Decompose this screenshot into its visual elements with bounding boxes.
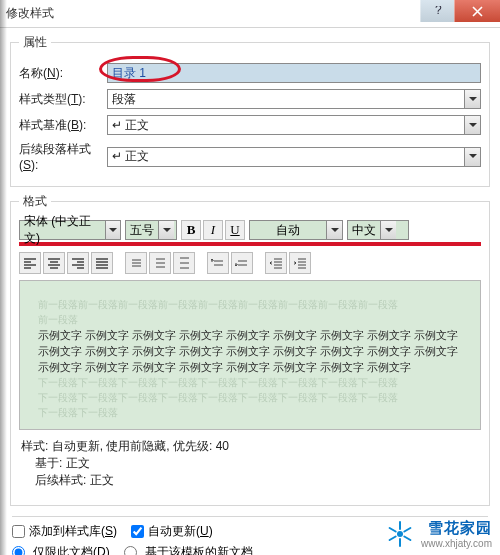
spacing-group (125, 252, 195, 274)
dialog-body: 属性 名称(N): 样式类型(T): 段落 样式基准(B): (0, 28, 500, 555)
style-name-input[interactable] (107, 63, 481, 83)
svg-rect-6 (403, 535, 412, 541)
align-center-button[interactable] (43, 252, 65, 274)
line-spacing-2-button[interactable] (149, 252, 171, 274)
increase-before-button[interactable] (207, 252, 229, 274)
font-size-select[interactable]: 五号 (125, 220, 177, 240)
decrease-before-button[interactable] (231, 252, 253, 274)
chevron-down-icon[interactable] (464, 90, 480, 108)
style-description: 样式: 自动更新, 使用前隐藏, 优先级: 40 基于: 正文 后续样式: 正文 (21, 438, 479, 489)
indent-group (265, 252, 311, 274)
biu-group: B I U (181, 220, 245, 240)
bold-button[interactable]: B (181, 220, 201, 240)
next-style-select[interactable]: ↵ 正文 (107, 147, 481, 167)
close-button[interactable] (454, 0, 500, 22)
align-right-button[interactable] (67, 252, 89, 274)
svg-text:?: ? (435, 6, 442, 16)
font-lang-select[interactable]: 中文 (347, 220, 409, 240)
line-spacing-1-button[interactable] (125, 252, 147, 274)
format-group: 格式 宋体 (中文正文) 五号 B I U 自动 中文 (10, 193, 490, 506)
help-button[interactable]: ? (420, 0, 454, 22)
chevron-down-icon[interactable] (105, 221, 120, 239)
alignment-group (19, 252, 113, 274)
style-type-select[interactable]: 段落 (107, 89, 481, 109)
based-on-label: 样式基准(B): (19, 117, 107, 134)
window-title: 修改样式 (6, 5, 54, 22)
chevron-down-icon[interactable] (464, 116, 480, 134)
this-document-radio[interactable]: 仅限此文档(D) (12, 544, 110, 555)
svg-rect-7 (388, 527, 397, 533)
properties-legend: 属性 (19, 34, 51, 51)
font-face-select[interactable]: 宋体 (中文正文) (19, 220, 121, 240)
chevron-down-icon[interactable] (158, 221, 174, 239)
svg-rect-2 (399, 521, 401, 530)
window-controls: ? (420, 0, 500, 22)
snowflake-icon (385, 519, 415, 549)
svg-rect-4 (403, 527, 412, 533)
decrease-indent-button[interactable] (265, 252, 287, 274)
watermark: 雪花家园 www.xhjaty.com (385, 519, 492, 549)
chevron-down-icon[interactable] (326, 221, 342, 239)
svg-rect-3 (399, 538, 401, 547)
para-spacing-group (207, 252, 253, 274)
increase-indent-button[interactable] (289, 252, 311, 274)
style-type-label: 样式类型(T): (19, 91, 107, 108)
style-preview: 前一段落前一段落前一段落前一段落前一段落前一段落前一段落前一段落前一段落 前一段… (19, 280, 481, 430)
format-legend: 格式 (19, 193, 51, 210)
auto-update-checkbox[interactable]: 自动更新(U) (131, 523, 213, 540)
template-radio[interactable]: 基于该模板的新文档 (124, 544, 253, 555)
line-spacing-3-button[interactable] (173, 252, 195, 274)
chevron-down-icon[interactable] (464, 148, 480, 166)
name-label: 名称(N): (19, 65, 107, 82)
titlebar: 修改样式 ? (0, 0, 500, 28)
svg-point-1 (397, 531, 403, 537)
properties-group: 属性 名称(N): 样式类型(T): 段落 样式基准(B): (10, 34, 490, 187)
based-on-select[interactable]: ↵ 正文 (107, 115, 481, 135)
font-color-select[interactable]: 自动 (249, 220, 343, 240)
align-left-button[interactable] (19, 252, 41, 274)
italic-button[interactable]: I (203, 220, 223, 240)
next-style-label: 后续段落样式(S): (19, 141, 107, 172)
svg-rect-5 (388, 535, 397, 541)
chevron-down-icon[interactable] (380, 221, 396, 239)
underline-button[interactable]: U (225, 220, 245, 240)
add-to-gallery-checkbox[interactable]: 添加到样式库(S) (12, 523, 117, 540)
align-justify-button[interactable] (91, 252, 113, 274)
